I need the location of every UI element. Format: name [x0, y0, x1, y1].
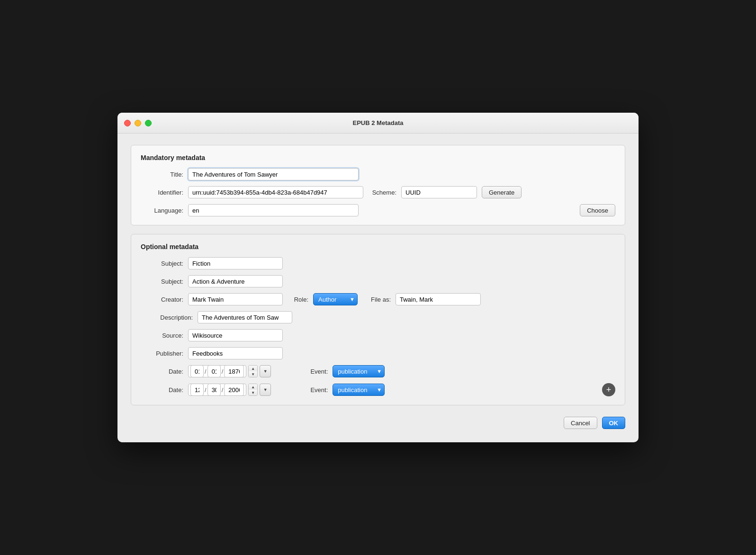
add-date-button[interactable]: +: [602, 383, 615, 396]
mandatory-section-label: Mandatory metadata: [141, 154, 615, 161]
language-label: Language:: [141, 207, 183, 214]
window-title: EPUB 2 Metadata: [353, 119, 404, 126]
date1-year[interactable]: [224, 365, 244, 377]
choose-button[interactable]: Choose: [580, 204, 615, 216]
date2-input: / /: [188, 384, 246, 396]
date1-month[interactable]: [190, 365, 204, 377]
optional-section-label: Optional metadata: [141, 243, 615, 251]
window: EPUB 2 Metadata Mandatory metadata Title…: [117, 113, 639, 442]
description-input[interactable]: [198, 311, 292, 323]
subject2-row: Subject:: [141, 275, 615, 287]
minimize-button[interactable]: [135, 120, 141, 126]
identifier-input[interactable]: [188, 186, 363, 198]
date2-sep2: /: [222, 386, 224, 394]
date2-month[interactable]: [190, 384, 204, 396]
source-label: Source:: [141, 332, 183, 339]
date2-decrement[interactable]: ▼: [249, 390, 257, 395]
date1-increment[interactable]: ▲: [249, 366, 257, 371]
creator-row: Creator: Role: Author Editor Illustrator…: [141, 293, 615, 305]
maximize-button[interactable]: [145, 120, 152, 126]
date1-label: Date:: [141, 368, 183, 375]
optional-section: Optional metadata Subject: Subject: Crea…: [131, 234, 625, 405]
date1-row: Date: / / ▲ ▼ ▼ Event:: [141, 365, 615, 377]
date1-input-group: / / ▲ ▼ ▼: [188, 365, 271, 377]
publisher-input[interactable]: [188, 347, 283, 359]
date2-dropdown[interactable]: ▼: [260, 384, 271, 396]
generate-button[interactable]: Generate: [482, 186, 522, 198]
mandatory-section: Mandatory metadata Title: Identifier: Sc…: [131, 145, 625, 225]
date1-decrement[interactable]: ▼: [249, 371, 257, 377]
date1-dropdown[interactable]: ▼: [260, 365, 271, 377]
date2-year[interactable]: [224, 384, 244, 396]
title-row: Title:: [141, 168, 615, 180]
event1-select-wrapper: publication creation modification ▼: [333, 365, 385, 377]
role-select-wrapper: Author Editor Illustrator ▼: [313, 293, 358, 305]
subject1-input[interactable]: [188, 257, 283, 269]
identifier-row: Identifier: Scheme: Generate: [141, 186, 615, 198]
role-label: Role:: [288, 296, 308, 303]
event1-select[interactable]: publication creation modification: [333, 365, 385, 377]
subject1-row: Subject:: [141, 257, 615, 269]
subject2-input[interactable]: [188, 275, 283, 287]
scheme-input[interactable]: [401, 186, 477, 198]
language-input[interactable]: [188, 204, 359, 216]
publisher-row: Publisher:: [141, 347, 615, 359]
event2-label: Event:: [285, 386, 328, 394]
subject2-label: Subject:: [141, 278, 183, 285]
file-as-input[interactable]: [396, 293, 481, 305]
close-button[interactable]: [124, 120, 131, 126]
footer-row: Cancel OK: [131, 414, 625, 431]
cancel-button[interactable]: Cancel: [564, 417, 597, 429]
date2-sep1: /: [205, 386, 207, 394]
date1-day[interactable]: [207, 365, 221, 377]
date2-input-group: / / ▲ ▼ ▼: [188, 384, 271, 396]
scheme-label: Scheme:: [368, 189, 396, 196]
date2-increment[interactable]: ▲: [249, 384, 257, 390]
language-row: Language: Choose: [141, 204, 615, 216]
traffic-lights: [124, 120, 152, 126]
date2-row: Date: / / ▲ ▼ ▼ Event:: [141, 383, 615, 396]
titlebar: EPUB 2 Metadata: [117, 113, 639, 134]
date1-sep2: /: [222, 368, 224, 375]
date2-stepper: ▲ ▼: [248, 384, 258, 396]
identifier-label: Identifier:: [141, 189, 183, 196]
event1-label: Event:: [285, 368, 328, 375]
ok-button[interactable]: OK: [602, 417, 626, 429]
creator-input[interactable]: [188, 293, 283, 305]
event2-select-wrapper: publication creation modification ▼: [333, 384, 385, 396]
date1-stepper: ▲ ▼: [248, 365, 258, 377]
title-input[interactable]: [188, 168, 359, 180]
date1-sep1: /: [205, 368, 207, 375]
date2-day[interactable]: [207, 384, 221, 396]
description-row: Description:: [141, 311, 615, 323]
role-select[interactable]: Author Editor Illustrator: [313, 293, 358, 305]
content: Mandatory metadata Title: Identifier: Sc…: [117, 134, 639, 442]
date2-label: Date:: [141, 386, 183, 394]
subject1-label: Subject:: [141, 260, 183, 267]
creator-label: Creator:: [141, 296, 183, 303]
event2-select[interactable]: publication creation modification: [333, 384, 385, 396]
source-input[interactable]: [188, 329, 283, 341]
source-row: Source:: [141, 329, 615, 341]
publisher-label: Publisher:: [141, 350, 183, 357]
description-label: Description:: [141, 314, 193, 321]
date1-input: / /: [188, 365, 246, 377]
title-label: Title:: [141, 171, 183, 178]
file-as-label: File as:: [362, 296, 391, 303]
